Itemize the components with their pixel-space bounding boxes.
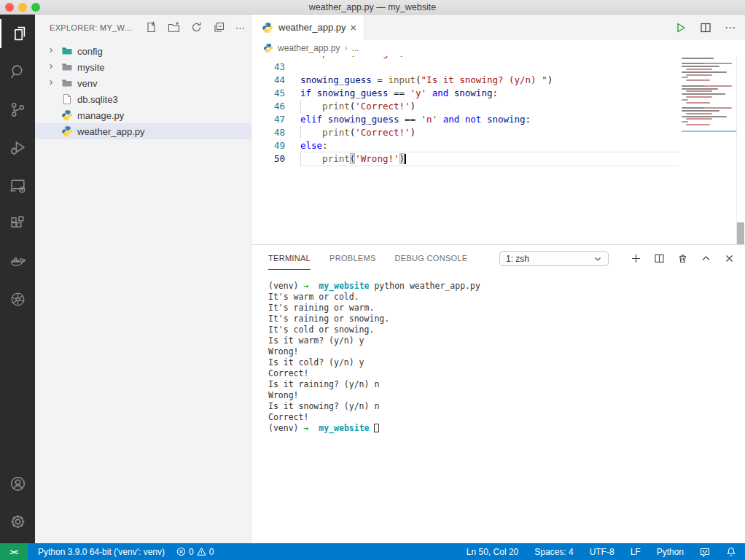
line-number[interactable]: 45 <box>251 87 285 100</box>
split-editor-icon[interactable] <box>700 22 711 34</box>
terminal-line: Correct! <box>268 368 738 379</box>
line-number[interactable]: 49 <box>251 139 285 152</box>
panel-tab-debug-console[interactable]: DEBUG CONSOLE <box>395 246 468 270</box>
problems-status[interactable]: 0 0 <box>176 547 214 557</box>
tree-item-label: venv <box>77 78 97 89</box>
refresh-icon[interactable] <box>190 21 203 34</box>
tree-item-config[interactable]: ›config <box>35 43 251 59</box>
activity-explorer-icon[interactable] <box>0 15 35 52</box>
terminal-line: It's raining or warm. <box>268 303 738 314</box>
activity-extensions-icon[interactable] <box>0 204 35 242</box>
line-number[interactable]: 46 <box>251 100 285 113</box>
python-icon <box>61 125 73 137</box>
tab-weather-app[interactable]: weather_app.py × <box>251 15 364 40</box>
new-folder-icon[interactable] <box>168 21 180 34</box>
code-line-49[interactable]: 49else: <box>251 139 679 152</box>
tab-close-icon[interactable]: × <box>348 21 358 34</box>
chevron-right-icon[interactable]: › <box>47 76 55 88</box>
editor-scrollbar[interactable] <box>736 56 745 244</box>
maximize-panel-icon[interactable] <box>701 253 711 264</box>
code-line-50[interactable]: 50 print('Wrong!') <box>251 152 679 166</box>
new-terminal-icon[interactable] <box>631 253 641 264</box>
code-line-45[interactable]: 45if snowing_guess == 'y' and snowing: <box>251 87 679 100</box>
chevron-right-icon[interactable]: › <box>47 44 55 55</box>
terminal-line: It's warm or cold. <box>268 292 738 303</box>
folder-icon <box>61 77 73 89</box>
run-button[interactable] <box>675 22 687 34</box>
warning-icon <box>197 547 206 556</box>
activity-kubernetes-icon[interactable] <box>0 280 35 318</box>
code-line-46[interactable]: 46 print('Correct!') <box>251 100 679 113</box>
status-lf[interactable]: LF <box>631 547 641 557</box>
minimap[interactable] <box>682 56 736 127</box>
tree-item-label: mysite <box>77 62 105 73</box>
tree-item-mysite[interactable]: ›mysite <box>35 59 251 75</box>
error-count: 0 <box>189 547 194 557</box>
bell-icon[interactable] <box>726 547 736 557</box>
tree-item-label: config <box>77 46 103 57</box>
more-icon[interactable]: ⋯ <box>235 24 246 31</box>
code-line-43[interactable]: 43 <box>251 61 679 74</box>
panel-header: TERMINALPROBLEMSDEBUG CONSOLE 1: zsh <box>251 245 745 271</box>
editor-more-actions-icon[interactable]: ⋯ <box>725 21 736 34</box>
panel-tab-terminal[interactable]: TERMINAL <box>268 246 311 270</box>
terminal-line: Wrong! <box>268 390 738 401</box>
window-title: weather_app.py — my_website <box>0 2 745 12</box>
tree-item-label: manage.py <box>77 110 124 121</box>
breadcrumb[interactable]: weather_app.py › ... <box>251 40 745 56</box>
status-ln-50-col-20[interactable]: Ln 50, Col 20 <box>467 547 518 557</box>
activity-remote-explorer-icon[interactable] <box>0 166 35 204</box>
warning-count: 0 <box>209 547 214 557</box>
collapse-folders-icon[interactable] <box>213 21 225 34</box>
breadcrumb-separator: › <box>344 43 347 53</box>
split-terminal-icon[interactable] <box>654 253 665 264</box>
scrollbar-thumb[interactable] <box>737 222 744 244</box>
activity-docker-icon[interactable] <box>0 242 35 280</box>
panel-tab-problems[interactable]: PROBLEMS <box>329 246 376 270</box>
tree-item-venv[interactable]: ›venv <box>35 75 251 91</box>
new-file-icon[interactable] <box>145 21 157 34</box>
terminal-line: It's raining or snowing. <box>268 314 738 324</box>
tree-item-db.sqlite3[interactable]: db.sqlite3 <box>35 91 251 107</box>
chevron-right-icon[interactable]: › <box>47 60 55 71</box>
activity-search-icon[interactable] <box>0 52 35 90</box>
activity-account-icon[interactable] <box>0 464 35 502</box>
line-number[interactable]: 47 <box>251 113 285 126</box>
breadcrumb-more[interactable]: ... <box>351 43 359 53</box>
status-python[interactable]: Python <box>657 547 684 557</box>
code-line-47[interactable]: 47elif snowing_guess == 'n' and not snow… <box>251 113 679 126</box>
text-cursor <box>405 154 406 164</box>
terminal-select[interactable]: 1: zsh <box>499 251 609 266</box>
line-number[interactable]: 43 <box>251 61 285 74</box>
remote-indicator[interactable]: >< <box>0 543 28 560</box>
activity-bar <box>0 15 35 543</box>
terminal-line: Is it snowing? (y/n) n <box>268 401 738 412</box>
code-line-48[interactable]: 48 print('Correct!') <box>251 126 679 139</box>
editor-group: weather_app.py × ⋯ weather_app.py › ... … <box>251 15 745 543</box>
terminal-select-value: 1: zsh <box>506 254 593 264</box>
status-utf-8[interactable]: UTF-8 <box>590 547 615 557</box>
tree-item-weather_app.py[interactable]: weather_app.py <box>35 123 251 139</box>
code-line-44[interactable]: 44snowing_guess = input("Is it snowing? … <box>251 74 679 87</box>
activity-run-debug-icon[interactable] <box>0 128 35 166</box>
close-panel-icon[interactable] <box>724 253 735 264</box>
breadcrumb-file[interactable]: weather_app.py <box>278 43 340 53</box>
code-editor[interactable]: print('Wrong!') 4344snowing_guess = inpu… <box>251 56 745 244</box>
status-bar: >< Python 3.9.0 64-bit ('venv': venv) 0 … <box>0 543 745 560</box>
line-number[interactable]: 50 <box>251 152 285 166</box>
file-tree: ›config›mysite›venvdb.sqlite3manage.pywe… <box>35 43 251 139</box>
kill-terminal-icon[interactable] <box>677 253 688 264</box>
activity-source-control-icon[interactable] <box>0 90 35 128</box>
status-spaces-4[interactable]: Spaces: 4 <box>534 547 573 557</box>
line-number[interactable]: 44 <box>251 74 285 87</box>
tree-item-label: db.sqlite3 <box>77 94 118 105</box>
python-interpreter-status[interactable]: Python 3.9.0 64-bit ('venv': venv) <box>38 547 165 557</box>
line-number[interactable]: 48 <box>251 126 285 139</box>
tree-item-manage.py[interactable]: manage.py <box>35 107 251 123</box>
terminal-line: Is it warm? (y/n) y <box>268 335 738 346</box>
activity-settings-icon[interactable] <box>0 502 35 540</box>
feedback-smiley-icon[interactable] <box>700 547 710 557</box>
terminal-line: Is it cold? (y/n) y <box>268 357 738 368</box>
terminal-output[interactable]: (venv) → my_website python weather_app.p… <box>268 281 738 434</box>
terminal-line: It's cold or snowing. <box>268 324 738 335</box>
